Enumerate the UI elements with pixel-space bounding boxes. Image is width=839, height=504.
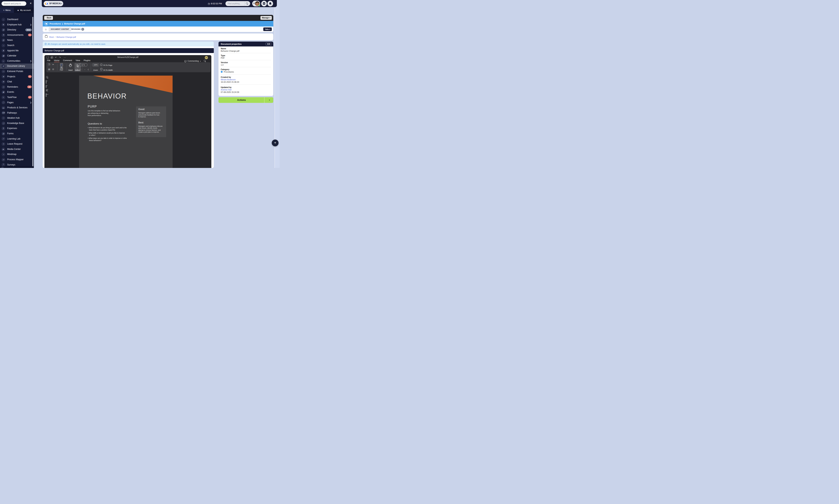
sidebar-item[interactable]: ▣ Events	[0, 90, 34, 95]
sidebar-item[interactable]: ▦ Calendar	[0, 53, 34, 58]
fit-to-page-label[interactable]: Fit To Page	[103, 64, 115, 66]
pdf-heading: BEHAVIOR	[87, 92, 127, 100]
page-indicator[interactable]: 1 / 1	[79, 64, 87, 66]
sidebar-item[interactable]: ⌕ Search	[0, 43, 34, 48]
name-value: Behavior Change.pdf	[221, 50, 239, 52]
sidebar-item-label: Search	[7, 43, 14, 48]
type-value: PDF	[221, 57, 225, 59]
actions-split-button[interactable]: Actions ▾	[219, 97, 273, 103]
commenting-dropdown[interactable]: Commenting∨	[185, 60, 201, 62]
emoji-panel-icon[interactable]	[46, 85, 46, 88]
back-button[interactable]: ‹ Back	[44, 16, 53, 20]
tab-my-account[interactable]: ☻My account	[14, 7, 34, 13]
updated-by-user-link[interactable]: Andrew Hall	[221, 89, 231, 91]
sidebar-item[interactable]: ▭ Extranet Portals	[0, 69, 34, 74]
sidebar-item-label: Appoint Me	[7, 48, 19, 53]
sidebar-item[interactable]: ☉ Ideation hub	[0, 115, 34, 121]
sidebar-item[interactable]: ◷ Reminders 18	[0, 85, 34, 90]
sidebar-item[interactable]: ⚑ Announcements 1	[0, 33, 34, 38]
sidebar-item[interactable]: ♟ Appoint Me	[0, 48, 34, 53]
breadcrumb-root-link[interactable]: Root	[49, 36, 54, 38]
cut-icon[interactable]: ✂	[52, 64, 54, 66]
sidebar-item[interactable]: ▥ News	[0, 38, 34, 43]
select-area-icon[interactable]: ⊡	[52, 68, 54, 71]
sidebar-item[interactable]: ▢ Pages ❯	[0, 100, 34, 105]
sidebar-item[interactable]: ▬ Products & Services	[0, 105, 34, 110]
last-page-icon[interactable]: ›|	[88, 68, 89, 71]
floating-add-button[interactable]: +	[272, 140, 279, 146]
sidebar-item[interactable]: ≡ TaskFlow 4	[0, 95, 34, 100]
sidebar-search[interactable]	[1, 1, 27, 6]
tab-document-content[interactable]: DOCUMENT CONTENT	[49, 27, 71, 31]
tab-menu[interactable]: ≡Menu	[0, 7, 14, 13]
chevron-left-icon: ‹	[46, 17, 46, 19]
fit-to-page-icon[interactable]	[101, 64, 102, 66]
sidebar-item[interactable]: ⌂ Dashboard	[0, 17, 34, 22]
search-jump-input[interactable]	[4, 1, 25, 6]
viewer-user-avatar[interactable]: AH	[205, 56, 208, 59]
calendar-button[interactable]	[261, 1, 267, 6]
next-page-icon[interactable]: ›	[85, 68, 85, 71]
manage-button[interactable]: Manage ▾	[261, 16, 272, 20]
find-anything-input[interactable]	[228, 1, 244, 6]
sidebar-item[interactable]: ▤ Forms	[0, 131, 34, 136]
outline-panel-icon[interactable]	[46, 89, 48, 92]
zoom-level-select[interactable]: 100%	[92, 64, 99, 66]
sidebar-item[interactable]: ⌨ Pathways	[0, 110, 34, 116]
tab-revisions[interactable]: REVISIONS	[71, 26, 81, 32]
edit-pdf-icon[interactable]: ✎	[60, 64, 63, 67]
viewer-menu-item[interactable]: File	[47, 59, 50, 62]
sidebar-scrollbar[interactable]	[32, 17, 33, 168]
sidebar-item[interactable]: ◑ Mindmap	[0, 152, 34, 157]
sidebar-item[interactable]: ❖ Chat	[0, 79, 34, 85]
viewer-menu-item[interactable]: Plugins	[84, 59, 90, 62]
notifications-button[interactable]	[267, 1, 273, 6]
sidebar-item[interactable]: ⇄ Process Mapper	[0, 157, 34, 162]
first-page-icon[interactable]: |‹	[77, 68, 78, 71]
sidebar-item[interactable]: ☻ Employee hub ❯	[0, 22, 34, 28]
breadcrumb-current[interactable]: Behavior Change.pdf	[56, 36, 76, 38]
thumbnails-panel-icon[interactable]	[46, 93, 46, 97]
viewer-menu-item[interactable]: Comment	[63, 59, 72, 62]
document-title-bar: Behavior Change.pdf	[43, 48, 214, 53]
viewer-panel-search-icon[interactable]	[46, 76, 48, 78]
sidebar-item-badge: 1	[28, 34, 32, 36]
banner-file: Behavior Change.pdf	[64, 22, 85, 25]
sidebar-item[interactable]: ◈ Projects 6	[0, 74, 34, 79]
sidebar-item-badge: 18	[27, 86, 32, 88]
briefcase-icon: ▬	[1, 106, 5, 110]
created-date: 16-02-2022 21:36:24	[221, 81, 239, 83]
action-strip: ‹ Back Manage ▾	[43, 15, 273, 21]
hand-tool-icon[interactable]	[69, 64, 72, 67]
viewer-menu-item[interactable]: Home	[54, 59, 59, 62]
created-by-user-link[interactable]: Miriam Anderson	[221, 78, 235, 81]
close-icon[interactable]: ×	[29, 1, 33, 6]
edit-properties-button[interactable]: Edit	[265, 42, 272, 46]
comments-panel-icon[interactable]	[46, 80, 46, 84]
copy-icon[interactable]: ❐	[48, 64, 50, 66]
search-icon[interactable]	[246, 2, 248, 5]
tabs-dropdown-button[interactable]: Tabs ▾	[263, 28, 272, 31]
calendar-icon: ▦	[1, 54, 5, 58]
sidebar-item[interactable]: ⊞ Document Library	[0, 64, 34, 69]
fit-to-width-label[interactable]: Fit To Width	[103, 69, 116, 71]
sidebar-item[interactable]: ▶ Media Center	[0, 147, 34, 152]
banner-category[interactable]: Procedures	[50, 22, 61, 25]
edit-pdf-label[interactable]: Edit	[57, 67, 66, 69]
fit-to-width-icon[interactable]: ↔	[101, 68, 102, 70]
sidebar-item-label: Directory	[7, 27, 16, 33]
previous-page-icon[interactable]: ‹	[81, 68, 81, 71]
org-switcher-button[interactable]: SP MEDICAL ▾	[43, 1, 63, 6]
user-menu[interactable]: ≡	[252, 1, 260, 6]
home-icon[interactable]: ⌂	[45, 26, 47, 32]
sidebar-item[interactable]: ▤ Directory 3010	[0, 27, 34, 33]
sidebar-item[interactable]: ✈ Leave Request	[0, 141, 34, 147]
sidebar-item[interactable]: ☺ Communities ❯	[0, 58, 34, 64]
viewer-search-icon[interactable]	[204, 60, 206, 62]
clipboard-icon[interactable]: ▤	[48, 68, 50, 71]
sidebar-item[interactable]: ✐ Learning Lab	[0, 136, 34, 142]
sidebar-item[interactable]: ❏ Knowledge Base	[0, 121, 34, 126]
sidebar-item[interactable]: $ Expenses	[0, 126, 34, 131]
viewer-menu-item[interactable]: View	[76, 59, 80, 62]
actions-caret-icon[interactable]: ▾	[269, 97, 270, 103]
